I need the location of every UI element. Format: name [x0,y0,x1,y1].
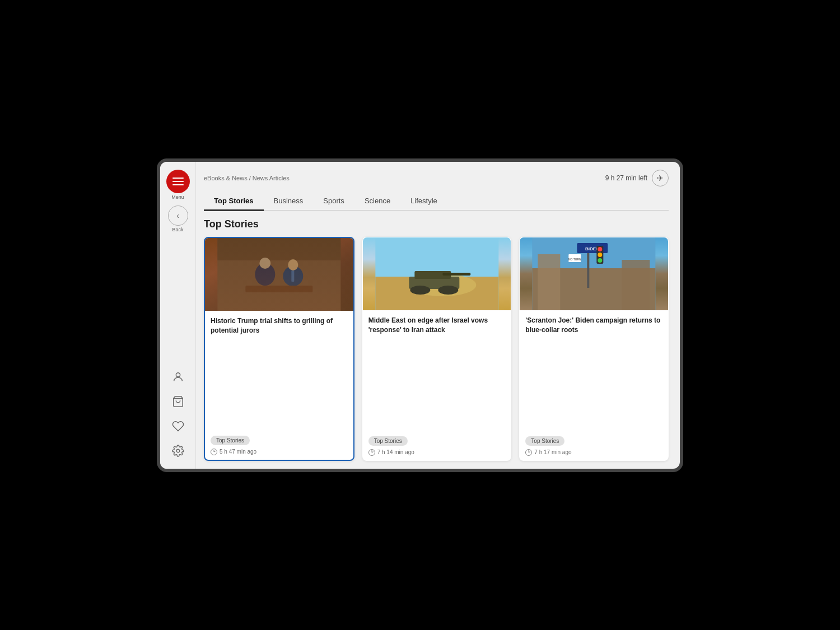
breadcrumb: eBooks & News / News Articles [204,175,290,181]
cart-icon[interactable] [170,394,186,409]
svg-point-29 [598,258,603,263]
cards-grid: Historic Trump trial shifts to grilling … [204,237,669,461]
svg-point-27 [598,247,603,251]
card-title-1: Historic Trump trial shifts to grilling … [211,316,348,431]
svg-rect-3 [217,238,340,311]
user-icon[interactable] [170,369,186,385]
main-content: eBooks & News / News Articles 9 h 27 min… [196,162,680,469]
card-body-3: 'Scranton Joe:' Biden campaign returns t… [520,310,668,460]
card-tag-2: Top Stories [368,436,408,446]
flight-time: 9 h 27 min left [605,174,647,182]
heart-icon[interactable] [170,418,186,434]
card-time-2: 7 h 14 min ago [368,449,506,456]
card-time-1: 5 h 47 min ago [211,449,348,455]
card-time-3: 7 h 17 min ago [525,449,662,456]
tab-top-stories[interactable]: Top Stories [204,192,264,211]
svg-point-0 [176,372,180,376]
card-time-text-3: 7 h 17 min ago [534,449,571,455]
clock-icon-3 [525,449,532,456]
sidebar-icons [170,369,186,469]
settings-icon[interactable] [170,443,186,459]
tabs: Top Stories Business Sports Science Life… [204,192,669,211]
svg-point-8 [288,259,298,270]
card-image-courtroom [205,238,353,311]
card-body-1: Historic Trump trial shifts to grilling … [205,311,353,460]
tab-sports[interactable]: Sports [313,192,354,211]
svg-rect-16 [442,273,470,276]
card-middle-east[interactable]: Middle East on edge after Israel vows 'r… [362,237,512,461]
card-tag-3: Top Stories [525,436,564,446]
card-title-3: 'Scranton Joe:' Biden campaign returns t… [525,316,662,432]
tab-business[interactable]: Business [264,192,314,211]
app-screen: Menu ‹ Back eBooks & News / News Article… [157,158,683,472]
svg-point-2 [176,449,180,452]
back-button[interactable]: ‹ [168,206,188,226]
card-body-2: Middle East on edge after Israel vows 'r… [363,310,511,460]
svg-point-17 [410,286,430,295]
flight-info: 9 h 27 min left ✈ [605,170,669,186]
card-biden[interactable]: BIDEN NO TURN 'Scranton Joe:' Biden camp… [519,237,669,461]
section-title: Top Stories [204,218,669,230]
chevron-left-icon: ‹ [176,211,179,220]
card-image-biden: BIDEN NO TURN [520,237,668,310]
menu-button[interactable] [166,170,190,193]
svg-rect-21 [538,254,561,310]
svg-rect-4 [217,238,340,260]
svg-point-28 [598,253,603,257]
card-trump-trial[interactable]: Historic Trump trial shifts to grilling … [204,237,354,461]
svg-point-5 [255,263,275,286]
svg-point-18 [438,286,458,295]
svg-rect-10 [291,270,294,282]
sidebar: Menu ‹ Back [160,162,196,469]
svg-text:NO TURN: NO TURN [568,258,581,261]
svg-rect-22 [622,260,650,310]
card-time-text-1: 5 h 47 min ago [220,449,256,455]
back-label: Back [172,227,183,232]
clock-icon-1 [211,449,217,455]
svg-rect-9 [245,286,312,292]
card-title-2: Middle East on edge after Israel vows 'r… [368,316,506,432]
header: eBooks & News / News Articles 9 h 27 min… [204,170,669,186]
card-time-text-2: 7 h 14 min ago [377,449,414,455]
menu-label: Menu [171,194,184,200]
airplane-icon[interactable]: ✈ [652,170,669,186]
clock-icon-2 [368,449,375,456]
svg-point-6 [259,258,270,269]
card-tag-1: Top Stories [211,436,250,445]
svg-point-7 [283,266,303,286]
card-image-tank [363,237,511,310]
tab-lifestyle[interactable]: Lifestyle [400,192,447,211]
tab-science[interactable]: Science [354,192,400,211]
